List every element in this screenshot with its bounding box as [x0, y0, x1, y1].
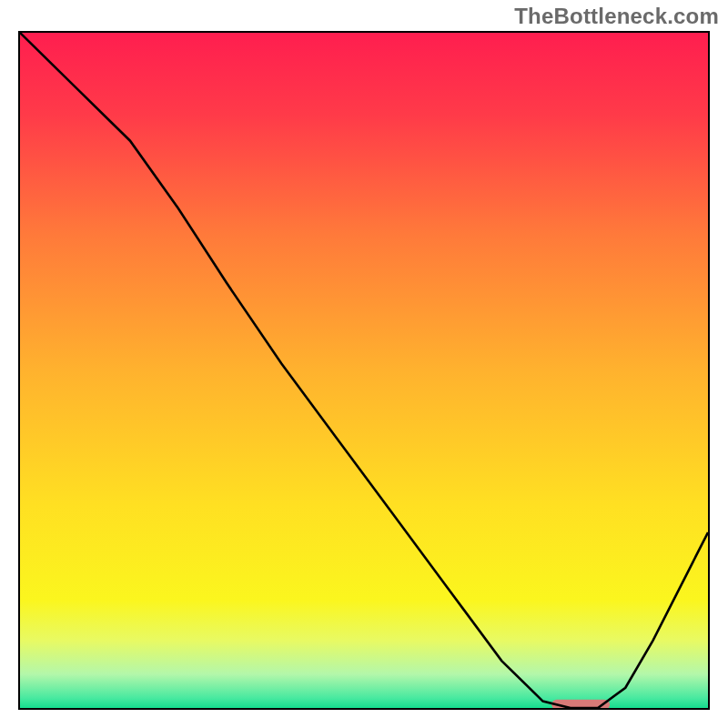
chart-svg	[20, 33, 708, 708]
chart-frame	[18, 31, 710, 710]
attribution-label: TheBottleneck.com	[514, 4, 719, 29]
chart-canvas: TheBottleneck.com	[0, 0, 728, 728]
